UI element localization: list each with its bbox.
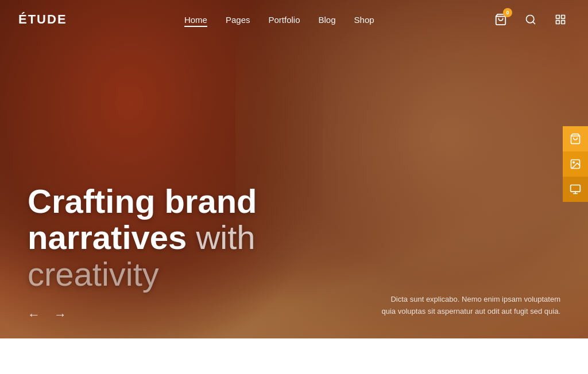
cart-badge: 0 (503, 8, 512, 17)
svg-rect-3 (556, 15, 559, 19)
nav-item-shop[interactable]: Shop (354, 15, 374, 25)
svg-rect-4 (562, 15, 565, 19)
search-button[interactable] (521, 10, 540, 29)
nav-icons: 0 (492, 10, 570, 29)
svg-rect-10 (571, 185, 581, 192)
nav-item-portfolio[interactable]: Portfolio (269, 15, 300, 25)
logo[interactable]: ÉTUDE (18, 12, 67, 27)
cart-button[interactable]: 0 (492, 10, 510, 29)
side-gallery-button[interactable] (563, 151, 588, 177)
headline-line2: narratives (28, 219, 187, 256)
hero-section: Crafting brand narratives with creativit… (0, 0, 588, 338)
main-nav: Home Pages Portfolio Blog Shop (184, 15, 374, 25)
bottom-section (0, 338, 588, 374)
hero-navigation-arrows: ← → (28, 307, 67, 322)
next-arrow[interactable]: → (54, 307, 67, 322)
svg-rect-5 (556, 21, 559, 24)
prev-arrow[interactable]: ← (28, 307, 40, 322)
grid-button[interactable] (551, 10, 570, 29)
nav-item-pages[interactable]: Pages (226, 15, 250, 25)
svg-rect-6 (562, 21, 565, 24)
headline-line1: Crafting brand (28, 182, 257, 220)
side-cart-button[interactable] (563, 126, 588, 151)
svg-line-2 (533, 22, 535, 24)
nav-item-blog[interactable]: Blog (319, 15, 336, 25)
hero-content: Crafting brand narratives with creativit… (0, 0, 588, 338)
nav-item-home[interactable]: Home (184, 15, 207, 25)
headline-with: with (196, 219, 255, 256)
header: ÉTUDE Home Pages Portfolio Blog Shop 0 (0, 0, 588, 39)
svg-point-9 (573, 162, 575, 163)
side-layout-button[interactable] (563, 177, 588, 202)
headline-creativity: creativity (28, 256, 303, 293)
hero-description: Dicta sunt explicabo. Nemo enim ipsam vo… (377, 294, 560, 318)
side-action-bar (563, 126, 588, 202)
hero-headline: Crafting brand narratives with creativit… (28, 183, 303, 293)
